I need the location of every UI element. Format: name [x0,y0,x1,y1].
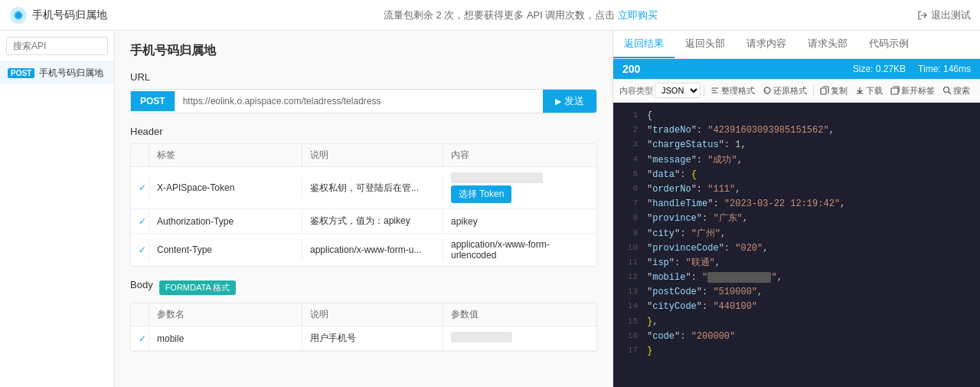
body-section-label: Body [130,279,153,290]
content-area: 手机号码归属地 URL POST ▶ 发送 Header 标签 说明 内容 ✓ … [115,31,612,387]
logout-icon [917,10,928,21]
header-name-2: Content-Type [149,239,302,261]
svg-rect-3 [891,88,898,94]
masked-token [451,172,543,183]
divider-2 [813,85,814,96]
top-bar-right: 退出测试 [917,8,971,22]
th-check [131,144,149,166]
restore-btn[interactable]: 还原格式 [760,84,810,98]
format-select[interactable]: JSON [655,83,701,98]
buy-link[interactable]: 立即购买 [618,9,658,21]
format-icon [710,86,720,95]
param-name-0: mobile [149,328,302,349]
header-desc-2: application/x-www-form-u... [302,239,443,261]
copy-btn[interactable]: 复制 [817,84,851,98]
search-icon [942,86,952,95]
header-desc-0: 鉴权私钥，可登陆后在管... [302,176,443,200]
new-tab-icon [890,86,900,95]
param-value-0 [443,326,596,350]
ph-check [131,303,149,326]
th-tag: 标签 [149,144,302,166]
notice-bar: 流量包剩余 2 次，想要获得更多 API 调用次数，点击 立即购买 [124,8,917,22]
th-desc: 说明 [302,144,443,166]
download-icon [855,86,864,95]
status-meta: Size: 0.27KB Time: 146ms [853,64,971,74]
logout-button[interactable]: 退出测试 [917,8,971,22]
response-size: Size: 0.27KB [853,64,906,74]
svg-point-1 [15,12,21,18]
response-tabs: 返回结果 返回头部 请求内容 请求头部 代码示例 [613,31,980,59]
search-input[interactable] [6,37,108,55]
param-desc-0: 用户手机号 [302,326,443,350]
header-row-0: ✓ X-APISpace-Token 鉴权私钥，可登陆后在管... 选择 Tok… [131,167,596,209]
url-row: POST ▶ 发送 [130,89,597,113]
header-table: 标签 说明 内容 ✓ X-APISpace-Token 鉴权私钥，可登陆后在管.… [130,143,597,267]
header-desc-1: 鉴权方式，值为：apikey [302,209,443,233]
status-bar: 200 Size: 0.27KB Time: 146ms [613,59,980,79]
download-btn[interactable]: 下载 [852,84,886,98]
ph-name: 参数名 [149,303,302,326]
check-2[interactable]: ✓ [131,239,149,261]
th-content: 内容 [443,144,596,166]
app-logo-icon [9,6,28,25]
copy-icon [820,86,829,95]
header-section-label: Header [130,126,597,137]
body-table: 参数名 说明 参数值 ✓ mobile 用户手机号 [130,303,597,352]
send-button[interactable]: ▶ 发送 [543,90,596,113]
content-type-label: 内容类型 [619,85,653,97]
header-name-1: Authorization-Type [149,211,302,232]
check-0[interactable]: ✓ [131,177,149,198]
new-tab-btn[interactable]: 新开标签 [887,84,938,98]
tab-return-header[interactable]: 返回头部 [675,31,736,58]
param-table-head: 参数名 说明 参数值 [131,303,596,326]
page-title: 手机号码归属地 [130,43,597,59]
url-input[interactable] [175,91,543,111]
param-row-0: ✓ mobile 用户手机号 [131,326,596,351]
restore-icon [763,86,772,95]
send-icon: ▶ [555,97,561,107]
sidebar: POST 手机号码归属地 [0,31,115,387]
sidebar-item-label: 手机号码归属地 [39,67,103,80]
sidebar-item-0[interactable]: POST 手机号码归属地 [0,62,114,84]
masked-param-value [451,332,512,343]
header-value-1: apikey [443,211,596,232]
right-panel: 返回结果 返回头部 请求内容 请求头部 代码示例 200 Size: 0.27K… [612,31,980,387]
app-logo: 手机号码归属地 [9,6,124,25]
search-box [0,31,114,62]
response-time: Time: 146ms [918,64,971,74]
tab-request-header[interactable]: 请求头部 [797,31,858,58]
app-name: 手机号码归属地 [32,8,107,22]
ph-value: 参数值 [443,303,596,326]
tab-return-result[interactable]: 返回结果 [613,31,675,58]
header-value-2: application/x-www-form-urlencoded [443,234,596,266]
divider-1 [704,85,704,96]
json-area: 1{2 "tradeNo": "42391603093985151562",3 … [613,103,980,387]
status-code: 200 [622,63,640,75]
token-button[interactable]: 选择 Token [451,185,511,203]
header-row-1: ✓ Authorization-Type 鉴权方式，值为：apikey apik… [131,209,596,234]
response-toolbar: 内容类型 JSON 整理格式 还原格式 复制 下载 [613,79,980,103]
header-value-0: 选择 Token [443,167,596,208]
url-section-label: URL [130,71,597,83]
tab-code-example[interactable]: 代码示例 [858,31,920,58]
formdata-badge: FORMDATA 格式 [159,280,237,295]
svg-rect-2 [821,88,826,94]
ph-desc: 说明 [302,303,443,326]
format-btn[interactable]: 整理格式 [707,84,758,98]
header-name-0: X-APISpace-Token [149,177,302,198]
header-row-2: ✓ Content-Type application/x-www-form-u.… [131,234,596,266]
method-badge: POST [8,68,34,78]
body-section-header: Body FORMDATA 格式 [130,279,597,297]
search-btn[interactable]: 搜索 [939,84,973,98]
check-1[interactable]: ✓ [131,211,149,232]
header-table-head: 标签 说明 内容 [131,144,596,167]
param-check-0[interactable]: ✓ [131,328,149,349]
method-badge: POST [131,91,175,111]
svg-point-4 [944,87,949,93]
tab-request-content[interactable]: 请求内容 [736,31,797,58]
